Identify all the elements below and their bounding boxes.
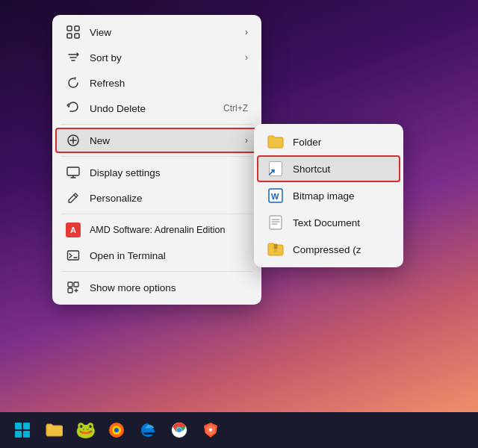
sort-icon bbox=[66, 50, 81, 65]
bitmap-icon: W bbox=[267, 187, 284, 204]
arrow-icon-view: › bbox=[245, 27, 248, 37]
submenu-label-folder: Folder bbox=[293, 137, 390, 148]
svg-rect-5 bbox=[67, 167, 79, 175]
menu-label-personalize: Personalize bbox=[90, 193, 248, 204]
view-icon bbox=[66, 25, 81, 40]
menu-item-view[interactable]: View › bbox=[55, 19, 258, 45]
submenu-label-shortcut: Shortcut bbox=[293, 164, 390, 175]
submenu-item-folder[interactable]: Folder bbox=[257, 128, 400, 155]
svg-rect-0 bbox=[67, 26, 72, 31]
submenu-item-compressed[interactable]: Compressed (z bbox=[257, 236, 400, 263]
zip-icon bbox=[267, 241, 284, 258]
menu-label-sort-by: Sort by bbox=[90, 52, 236, 63]
taskbar-firefox[interactable] bbox=[103, 417, 130, 444]
taskbar-start-button[interactable] bbox=[9, 417, 36, 444]
svg-rect-14 bbox=[15, 423, 22, 429]
separator-1 bbox=[61, 124, 252, 125]
svg-rect-2 bbox=[67, 34, 72, 38]
svg-rect-3 bbox=[75, 34, 79, 38]
submenu-item-text-doc[interactable]: Text Document bbox=[257, 209, 400, 236]
menu-label-undo: Undo Delete bbox=[90, 103, 214, 114]
new-icon bbox=[66, 133, 81, 148]
separator-2 bbox=[61, 156, 252, 157]
menu-label-refresh: Refresh bbox=[90, 78, 248, 89]
display-icon bbox=[66, 165, 81, 180]
menu-item-display-settings[interactable]: Display settings bbox=[55, 160, 258, 185]
taskbar: 🐸 bbox=[0, 412, 478, 448]
svg-rect-6 bbox=[68, 251, 79, 260]
svg-text:W: W bbox=[271, 192, 279, 201]
menu-item-more-options[interactable]: Show more options bbox=[55, 275, 258, 300]
menu-item-terminal[interactable]: Open in Terminal bbox=[55, 243, 258, 268]
separator-4 bbox=[61, 271, 252, 272]
svg-rect-12 bbox=[270, 216, 282, 229]
taskbar-brave[interactable] bbox=[197, 417, 224, 444]
context-menu: View › Sort by › Refresh bbox=[52, 15, 261, 305]
menu-item-personalize[interactable]: Personalize bbox=[55, 185, 258, 211]
submenu-label-compressed: Compressed (z bbox=[293, 244, 390, 255]
svg-rect-16 bbox=[15, 431, 22, 438]
refresh-icon bbox=[66, 75, 81, 90]
svg-point-23 bbox=[177, 428, 181, 432]
svg-point-20 bbox=[114, 428, 119, 432]
submenu-label-text: Text Document bbox=[293, 217, 390, 228]
taskbar-file-explorer[interactable] bbox=[40, 417, 67, 444]
undo-shortcut: Ctrl+Z bbox=[223, 103, 248, 113]
svg-rect-8 bbox=[74, 282, 78, 287]
menu-label-terminal: Open in Terminal bbox=[90, 250, 248, 261]
arrow-icon-new: › bbox=[245, 135, 248, 146]
separator-3 bbox=[61, 214, 252, 214]
menu-item-amd[interactable]: A AMD Software: Adrenalin Edition bbox=[55, 217, 258, 243]
menu-label-view: View bbox=[90, 27, 236, 38]
taskbar-chrome[interactable] bbox=[166, 417, 193, 444]
amd-icon: A bbox=[66, 223, 81, 237]
shortcut-icon: ↗ bbox=[267, 161, 284, 177]
svg-rect-17 bbox=[23, 431, 30, 438]
undo-icon bbox=[66, 101, 81, 116]
terminal-icon bbox=[66, 248, 81, 263]
folder-icon bbox=[267, 134, 284, 150]
submenu-item-bitmap[interactable]: W Bitmap image bbox=[257, 182, 400, 209]
menu-label-new: New bbox=[90, 135, 236, 146]
taskbar-edge[interactable] bbox=[134, 417, 161, 444]
menu-item-refresh[interactable]: Refresh bbox=[55, 70, 258, 96]
menu-label-display: Display settings bbox=[90, 167, 248, 178]
text-doc-icon bbox=[267, 214, 284, 231]
taskbar-photo[interactable]: 🐸 bbox=[72, 417, 99, 444]
svg-rect-1 bbox=[75, 26, 79, 31]
submenu-item-shortcut[interactable]: ↗ Shortcut bbox=[257, 155, 400, 182]
submenu-new: Folder ↗ Shortcut W Bitmap image T bbox=[254, 124, 403, 267]
svg-rect-15 bbox=[23, 423, 30, 429]
svg-rect-7 bbox=[68, 282, 72, 287]
menu-label-more: Show more options bbox=[90, 282, 248, 293]
menu-item-sort-by[interactable]: Sort by › bbox=[55, 45, 258, 70]
svg-rect-9 bbox=[68, 288, 72, 293]
pencil-icon bbox=[66, 190, 81, 205]
submenu-label-bitmap: Bitmap image bbox=[293, 190, 390, 202]
menu-item-undo-delete[interactable]: Undo Delete Ctrl+Z bbox=[55, 96, 258, 121]
arrow-icon-sort: › bbox=[245, 52, 248, 63]
expand-icon bbox=[66, 280, 81, 295]
menu-label-amd: AMD Software: Adrenalin Edition bbox=[90, 225, 248, 235]
menu-item-new[interactable]: New › bbox=[55, 128, 258, 153]
